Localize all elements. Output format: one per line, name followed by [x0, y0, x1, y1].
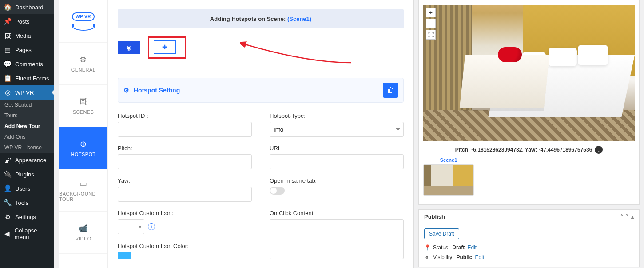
submenu-tours[interactable]: Tours: [0, 110, 54, 121]
label-pitch: Pitch:: [118, 145, 252, 152]
textarea-on-click[interactable]: [270, 219, 404, 259]
tutorial-highlight: ✚: [148, 36, 186, 59]
media-icon: 🖼: [4, 32, 12, 40]
metabox-down-button[interactable]: ˅: [626, 214, 628, 220]
pages-icon: ▤: [4, 46, 12, 54]
video-icon: 📹: [78, 224, 88, 233]
edit-visibility-link[interactable]: Edit: [475, 254, 484, 260]
label-yaw: Yaw:: [118, 177, 252, 184]
visibility-line: 👁 Visibility: Public Edit: [424, 252, 634, 262]
menu-media[interactable]: 🖼Media: [0, 28, 54, 43]
menu-fluent-forms[interactable]: 📋Fluent Forms: [0, 71, 54, 85]
hotspot-tab-body: Adding Hotspots on Scene: (Scene1) ◉ ✚ ⚙…: [108, 0, 413, 268]
select-hotspot-type[interactable]: Info: [270, 122, 404, 137]
target-icon: ⊕: [80, 139, 87, 149]
menu-dashboard[interactable]: 🏠Dashboard: [0, 0, 54, 14]
scene-link[interactable]: (Scene1): [287, 16, 311, 22]
menu-settings[interactable]: ⚙Settings: [0, 210, 54, 224]
metabox-collapse-button[interactable]: ▴: [631, 214, 634, 220]
wpvr-editor-card: WP VR ⚙GENERAL 🖼SCENES ⊕HOTSPOT ▭BACKGRO…: [59, 0, 414, 268]
submenu-add-new-tour[interactable]: Add New Tour: [0, 121, 54, 132]
zoom-out-button[interactable]: −: [426, 19, 436, 28]
hotspot-tab-add[interactable]: ✚: [154, 40, 176, 54]
devices-icon: ▭: [80, 179, 87, 188]
menu-appearance[interactable]: 🖌Appearance: [0, 153, 54, 167]
menu-collapse[interactable]: ◀Collapse menu: [0, 224, 54, 244]
dashboard-icon: 🏠: [4, 3, 12, 11]
tools-icon: 🔧: [4, 199, 12, 207]
users-icon: 👤: [4, 184, 12, 192]
toggle-open-same-tab[interactable]: [270, 187, 285, 195]
copy-coords-button[interactable]: ↓: [595, 146, 603, 154]
menu-posts[interactable]: 📌Posts: [0, 14, 54, 28]
input-hotspot-id[interactable]: [118, 122, 252, 137]
hotspot-tab-row: ◉ ✚: [118, 36, 404, 59]
comment-icon: 💬: [4, 60, 12, 68]
pin-icon: 📌: [4, 17, 12, 25]
label-hotspot-id: Hotspot ID :: [118, 112, 252, 119]
vtab-general[interactable]: ⚙GENERAL: [59, 43, 107, 85]
custom-icon-color-picker[interactable]: [118, 252, 131, 259]
metabox-up-button[interactable]: ˄: [620, 214, 623, 220]
vertical-tab-nav: WP VR ⚙GENERAL 🖼SCENES ⊕HOTSPOT ▭BACKGRO…: [59, 0, 108, 268]
custom-icon-picker[interactable]: ▾: [118, 219, 144, 234]
menu-wp-vr[interactable]: ◎WP VR: [0, 85, 54, 100]
fullscreen-button[interactable]: ⛶: [426, 30, 436, 40]
save-draft-button[interactable]: Save Draft: [424, 228, 459, 239]
vtab-hotspot[interactable]: ⊕HOTSPOT: [59, 127, 107, 169]
hotspot-tab-current[interactable]: ◉: [118, 41, 140, 54]
hotspot-form: Hotspot ID : Hotspot-Type: Info Pitch: U…: [118, 112, 404, 268]
scene-thumbnail-row: Scene1: [423, 156, 635, 200]
submenu-license[interactable]: WP VR License: [0, 142, 54, 153]
input-yaw[interactable]: [118, 187, 252, 202]
eye-icon: 👁: [424, 254, 430, 260]
panorama-preview[interactable]: + − ⛶: [423, 5, 635, 141]
zoom-in-button[interactable]: +: [426, 8, 436, 17]
scene-thumbnail-image: [423, 164, 474, 196]
label-on-click: On Click Content:: [270, 210, 404, 216]
chevron-down-icon: ▾: [136, 220, 144, 234]
main-area: WP VR ⚙GENERAL 🖼SCENES ⊕HOTSPOT ▭BACKGRO…: [54, 0, 644, 268]
image-icon: 🖼: [79, 97, 87, 107]
menu-users[interactable]: 👤Users: [0, 181, 54, 196]
status-line: 📍 Status: Draft Edit: [424, 243, 634, 252]
editor-panel-wrap: WP VR ⚙GENERAL 🖼SCENES ⊕HOTSPOT ▭BACKGRO…: [59, 0, 414, 268]
gear-icon: ⚙: [123, 87, 129, 94]
input-pitch[interactable]: [118, 154, 252, 169]
label-custom-icon-color: Hotspot Custom Icon Color:: [118, 243, 252, 249]
vtab-video[interactable]: 📹VIDEO: [59, 212, 107, 254]
vtab-scenes[interactable]: 🖼SCENES: [59, 85, 107, 127]
preview-controls: + − ⛶: [426, 8, 436, 40]
menu-comments[interactable]: 💬Comments: [0, 57, 54, 71]
preview-card: + − ⛶ Pitch: -6.181528623094732, Yaw: -4…: [418, 0, 640, 205]
label-on-hover: On Hover Content:: [118, 267, 252, 268]
publish-metabox: Publish ˄ ˅ ▴ Save Draft 📍 Status: Draft…: [418, 209, 640, 267]
info-icon[interactable]: i: [148, 223, 155, 230]
menu-tools[interactable]: 🔧Tools: [0, 196, 54, 210]
label-url: URL:: [270, 145, 404, 152]
wp-vr-submenu: Get Started Tours Add New Tour Add-Ons W…: [0, 100, 54, 153]
form-icon: 📋: [4, 74, 12, 82]
pin-icon: 📍: [424, 244, 430, 251]
menu-plugins[interactable]: 🔌Plugins: [0, 167, 54, 181]
submenu-get-started[interactable]: Get Started: [0, 100, 54, 110]
publish-title: Publish: [424, 213, 445, 220]
plugin-icon: 🔌: [4, 170, 12, 178]
edit-status-link[interactable]: Edit: [467, 244, 477, 251]
menu-pages[interactable]: ▤Pages: [0, 43, 54, 57]
settings-icon: ⚙: [4, 213, 12, 221]
scene-thumbnail[interactable]: Scene1: [423, 156, 474, 196]
wp-admin-sidebar: 🏠Dashboard 📌Posts 🖼Media ▤Pages 💬Comment…: [0, 0, 54, 268]
vtab-background-tour[interactable]: ▭BACKGROUND TOUR: [59, 169, 107, 212]
brush-icon: 🖌: [4, 156, 12, 164]
delete-hotspot-button[interactable]: 🗑: [383, 83, 398, 98]
label-hotspot-type: Hotspot-Type:: [270, 112, 404, 119]
submenu-add-ons[interactable]: Add-Ons: [0, 132, 54, 142]
label-custom-icon: Hotspot Custom Icon:: [118, 210, 252, 216]
hotspot-setting-header: ⚙Hotspot Setting 🗑: [118, 78, 404, 103]
scene-banner: Adding Hotspots on Scene: (Scene1): [118, 9, 404, 28]
right-sidebar: + − ⛶ Pitch: -6.181528623094732, Yaw: -4…: [418, 0, 640, 267]
vr-icon: ◎: [4, 88, 12, 96]
input-url[interactable]: [270, 154, 404, 169]
wpvr-logo: WP VR: [59, 0, 107, 43]
